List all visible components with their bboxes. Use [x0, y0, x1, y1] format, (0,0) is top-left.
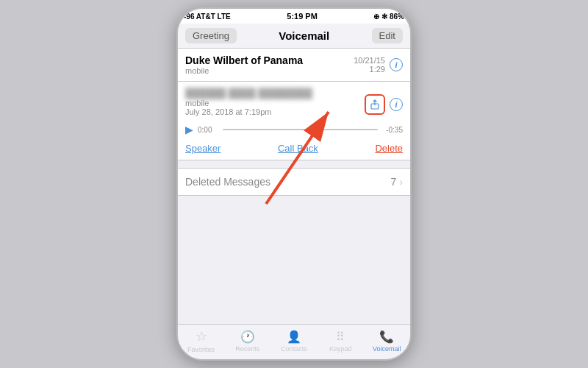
info-icon-selected[interactable]: i — [390, 98, 403, 111]
contacts-icon: 👤 — [287, 330, 301, 344]
speaker-button[interactable]: Speaker — [185, 143, 220, 154]
vm-item-duration: 1:29 — [354, 65, 385, 74]
vm-item-left: Duke Wilbert of Panama mobile — [185, 54, 303, 75]
greeting-button[interactable]: Greeting — [185, 28, 237, 43]
time-text: 5:19 PM — [287, 12, 318, 21]
selected-vm-name: ██████ ████ ████████ — [185, 88, 312, 99]
vm-item-right: 10/21/15 1:29 i — [354, 56, 403, 74]
deleted-count: 7 — [391, 176, 397, 188]
deleted-label: Deleted Messages — [185, 176, 270, 188]
selected-vm-date: July 28, 2018 at 7:19pm — [185, 107, 312, 116]
voicemail-label: Voicemail — [373, 345, 401, 353]
edit-button[interactable]: Edit — [372, 28, 403, 43]
selected-vm-sub: mobile — [185, 99, 312, 107]
recents-icon: 🕐 — [240, 330, 255, 344]
progress-bar[interactable] — [223, 129, 378, 130]
contacts-label: Contacts — [281, 345, 307, 353]
deleted-section: Deleted Messages 7 › — [178, 160, 410, 324]
deleted-right: 7 › — [391, 176, 403, 188]
content-area: Duke Wilbert of Panama mobile 10/21/15 1… — [178, 49, 410, 324]
selected-vm-icons: i — [365, 94, 403, 115]
voicemail-icon: 📞 — [379, 330, 394, 344]
status-icons: ⊕ ✻ 86% — [373, 13, 404, 21]
status-time: 5:19 PM — [287, 12, 318, 21]
chevron-icon: › — [399, 176, 403, 188]
info-icon-1[interactable]: i — [390, 58, 403, 71]
deleted-messages-row[interactable]: Deleted Messages 7 › — [178, 168, 410, 196]
selected-voicemail-item: ██████ ████ ████████ mobile July 28, 201… — [178, 82, 410, 160]
share-icon — [370, 99, 380, 110]
nav-bar: Greeting Voicemail Edit — [178, 24, 410, 49]
callback-button[interactable]: Call Back — [278, 143, 318, 154]
time-end: -0:35 — [382, 126, 403, 134]
selected-vm-top: ██████ ████ ████████ mobile July 28, 201… — [185, 88, 403, 121]
recents-label: Recents — [235, 345, 259, 353]
phone-frame: -96 AT&T LTE 5:19 PM ⊕ ✻ 86% Greeting Vo… — [176, 7, 412, 361]
status-bar: -96 AT&T LTE 5:19 PM ⊕ ✻ 86% — [178, 9, 410, 24]
voicemail-item-1[interactable]: Duke Wilbert of Panama mobile 10/21/15 1… — [178, 49, 410, 82]
delete-button[interactable]: Delete — [375, 143, 403, 154]
vm-item-date-duration: 10/21/15 1:29 — [354, 56, 385, 74]
tab-contacts[interactable]: 👤 Contacts — [276, 330, 312, 353]
tab-voicemail[interactable]: 📞 Voicemail — [368, 330, 405, 353]
tab-recents[interactable]: 🕐 Recents — [229, 330, 266, 353]
tab-favorites[interactable]: ☆ Favorites — [183, 328, 220, 353]
vm-item-date: 10/21/15 — [354, 56, 385, 65]
status-signal: -96 AT&T LTE — [184, 13, 231, 21]
tab-bar: ☆ Favorites 🕐 Recents 👤 Contacts ⠿ Keypa… — [178, 324, 410, 359]
keypad-icon: ⠿ — [336, 330, 345, 344]
battery-text: ⊕ ✻ 86% — [373, 13, 404, 21]
keypad-label: Keypad — [329, 345, 352, 353]
vm-item-name: Duke Wilbert of Panama — [185, 54, 303, 66]
signal-text: -96 AT&T LTE — [184, 13, 231, 21]
nav-title: Voicemail — [279, 29, 329, 42]
audio-player: ▶ 0:00 -0:35 — [185, 124, 403, 135]
tab-keypad[interactable]: ⠿ Keypad — [322, 330, 359, 353]
vm-item-sub: mobile — [185, 66, 303, 75]
share-button[interactable] — [365, 94, 385, 115]
time-start: 0:00 — [198, 126, 218, 134]
favorites-label: Favorites — [187, 346, 215, 353]
play-button[interactable]: ▶ — [185, 124, 193, 135]
action-buttons: Speaker Call Back Delete — [185, 141, 403, 154]
favorites-icon: ☆ — [196, 328, 207, 344]
